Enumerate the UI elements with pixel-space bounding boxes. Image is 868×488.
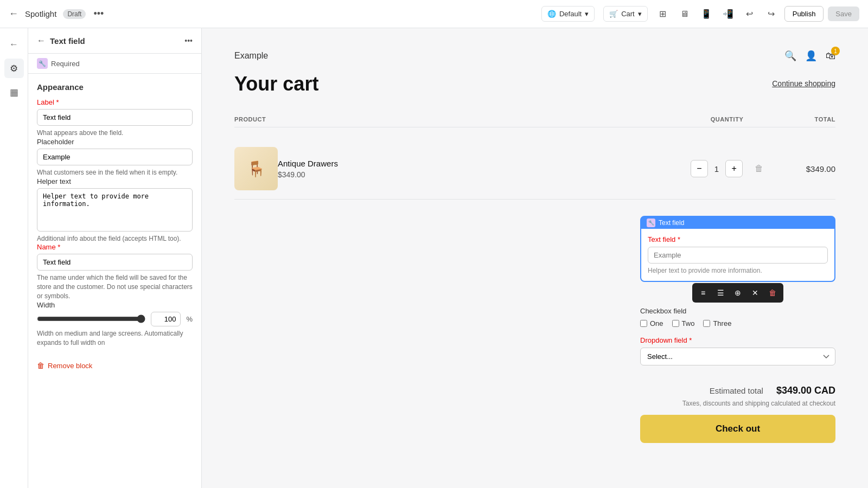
- page-title: Your cart: [234, 73, 318, 95]
- dropdown-label: Dropdown field *: [640, 336, 835, 344]
- panel-back-button[interactable]: ←: [37, 36, 46, 46]
- chevron-down-icon-2: ▾: [638, 10, 642, 18]
- name-field-group: Name * The name under which the field wi…: [37, 243, 193, 300]
- cart-item: 🪑 Antique Drawers $349.00 − 1 + 🗑 $349.0…: [234, 138, 835, 200]
- cart-bag-icon[interactable]: 🛍 1: [826, 50, 835, 62]
- globe-icon: 🌐: [547, 10, 556, 18]
- item-image: 🪑: [234, 147, 278, 190]
- widget-text-input[interactable]: [648, 247, 828, 264]
- summary-value: $349.00 CAD: [776, 385, 835, 396]
- qty-increase-button[interactable]: +: [725, 160, 743, 177]
- main-layout: ← ⚙ ▦ ← Text field ••• 🔧 Required Appear…: [0, 28, 868, 488]
- text-field-widget: 🔧 Text field Text field * Helper text to…: [640, 216, 835, 282]
- name-input[interactable]: [37, 254, 193, 271]
- publish-button[interactable]: Publish: [784, 6, 824, 22]
- draft-badge: Draft: [63, 9, 86, 19]
- width-row: %: [37, 312, 193, 326]
- side-panel: ← Text field ••• 🔧 Required Appearance L…: [28, 28, 202, 488]
- width-hint: Width on medium and large screens. Autom…: [37, 329, 193, 348]
- qty-value: 1: [714, 164, 719, 174]
- name-hint: The name under which the field will be s…: [37, 273, 193, 300]
- nav-redo-icon[interactable]: ↪: [763, 5, 780, 23]
- checkbox-field: Checkbox field One Two Three: [640, 307, 835, 328]
- toolbar-align-center-button[interactable]: ☰: [713, 285, 728, 300]
- delete-item-button[interactable]: 🗑: [755, 164, 763, 174]
- helper-textarea[interactable]: Helper text to provide more information.: [37, 188, 193, 232]
- item-price: $349.00: [278, 170, 684, 179]
- default-dropdown[interactable]: 🌐 Default ▾: [541, 6, 595, 22]
- nav-icon-tablet[interactable]: 📱: [698, 5, 715, 23]
- appearance-section: Appearance Label * What appears above th…: [37, 82, 193, 347]
- placeholder-hint: What customers see in the field when it …: [37, 168, 193, 177]
- nav-icon-phone[interactable]: 📲: [719, 5, 737, 23]
- required-label: Required: [51, 60, 80, 68]
- col-total-header: TOTAL: [770, 116, 835, 123]
- nav-settings-icon[interactable]: ⚙: [4, 59, 24, 78]
- toolbar-move-button[interactable]: ✕: [748, 285, 763, 300]
- placeholder-input[interactable]: [37, 149, 193, 165]
- checkbox-option-three[interactable]: Three: [703, 319, 731, 328]
- col-product-header: PRODUCT: [234, 116, 684, 123]
- name-field-label: Name *: [37, 243, 193, 251]
- nav-icon-shopify[interactable]: ⊞: [654, 5, 672, 23]
- checkbox-option-two[interactable]: Two: [672, 319, 695, 328]
- store-header: Example 🔍 👤 🛍 1: [234, 50, 835, 62]
- cart-icon: 🛒: [609, 10, 618, 18]
- widget-label-bar: 🔧 Text field: [641, 217, 834, 229]
- widget-icon: 🔧: [647, 219, 655, 227]
- helper-hint: Additional info about the field (accepts…: [37, 234, 193, 243]
- placeholder-field-group: Placeholder What customers see in the fi…: [37, 138, 193, 177]
- widget-field-label: Text field *: [648, 235, 828, 243]
- label-input[interactable]: [37, 109, 193, 126]
- cart-dropdown[interactable]: 🛒 Cart ▾: [603, 6, 648, 22]
- helper-field-group: Helper text Helper text to provide more …: [37, 177, 193, 243]
- checkbox-label: Checkbox field: [640, 307, 835, 315]
- dropdown-field: Dropdown field * Select...: [640, 336, 835, 365]
- search-icon[interactable]: 🔍: [784, 50, 796, 62]
- col-qty-header: QUANTITY: [684, 116, 770, 123]
- app-name: Spotlight: [25, 9, 56, 18]
- label-hint: What appears above the field.: [37, 129, 193, 138]
- nav-blocks-icon[interactable]: ▦: [4, 82, 24, 102]
- save-button[interactable]: Save: [828, 7, 859, 21]
- panel-header: ← Text field •••: [28, 28, 201, 54]
- toolbar-align-left-button[interactable]: ≡: [695, 285, 711, 300]
- widget-tag-label: Text field: [659, 219, 684, 227]
- account-icon[interactable]: 👤: [805, 50, 817, 62]
- nav-back-home[interactable]: ←: [4, 35, 24, 54]
- main-content: Example 🔍 👤 🛍 1 Your cart Continue shopp…: [202, 28, 868, 488]
- width-slider[interactable]: [37, 314, 145, 323]
- helper-label: Helper text: [37, 177, 193, 185]
- continue-shopping-link[interactable]: Continue shopping: [772, 79, 835, 88]
- nav-more-icon[interactable]: •••: [93, 8, 104, 20]
- icon-nav: ← ⚙ ▦: [0, 28, 28, 488]
- checkbox-one-input[interactable]: [640, 320, 647, 327]
- widget-body: Text field * Helper text to provide more…: [641, 229, 834, 281]
- toolbar-delete-button[interactable]: 🗑: [765, 285, 780, 300]
- required-icon: 🔧: [37, 58, 48, 69]
- item-details: Antique Drawers $349.00: [278, 159, 684, 179]
- qty-decrease-button[interactable]: −: [691, 160, 708, 177]
- store-icons: 🔍 👤 🛍 1: [784, 50, 835, 62]
- nav-back-icon[interactable]: ←: [9, 8, 18, 20]
- summary-hint: Taxes, discounts and shipping calculated…: [640, 400, 835, 407]
- checkbox-three-input[interactable]: [703, 320, 710, 327]
- panel-more-icon[interactable]: •••: [184, 36, 193, 45]
- nav-icon-desktop[interactable]: 🖥: [676, 5, 693, 23]
- checkbox-options-row: One Two Three: [640, 319, 835, 328]
- checkout-button[interactable]: Check out: [640, 415, 835, 443]
- toolbar-copy-button[interactable]: ⊕: [730, 285, 745, 300]
- checkbox-option-one[interactable]: One: [640, 319, 663, 328]
- dropdown-select[interactable]: Select...: [640, 348, 835, 365]
- checkbox-two-input[interactable]: [672, 320, 679, 327]
- cart-count-badge: 1: [831, 47, 840, 55]
- top-nav: ← Spotlight Draft ••• 🌐 Default ▾ 🛒 Cart…: [0, 0, 868, 28]
- remove-block-button[interactable]: 🗑 Remove block: [37, 357, 193, 374]
- placeholder-label: Placeholder: [37, 138, 193, 146]
- nav-center: 🌐 Default ▾ 🛒 Cart ▾: [541, 6, 648, 22]
- page-header: Your cart Continue shopping: [234, 73, 835, 95]
- summary-label: Estimated total: [710, 386, 763, 395]
- width-input[interactable]: [151, 312, 181, 326]
- order-summary: Estimated total $349.00 CAD Taxes, disco…: [640, 385, 835, 443]
- nav-undo-icon[interactable]: ↩: [741, 5, 758, 23]
